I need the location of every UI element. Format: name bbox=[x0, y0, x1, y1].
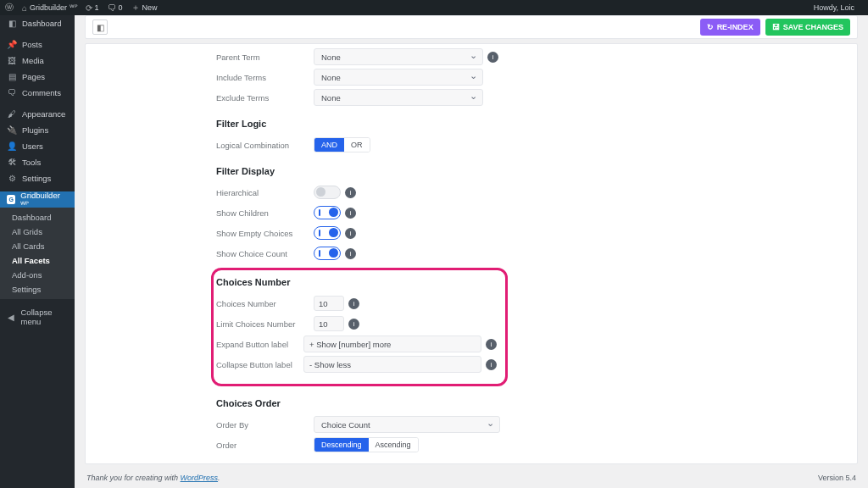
sub-addons[interactable]: Add-ons bbox=[0, 268, 75, 282]
sidebar-label: Settings bbox=[22, 174, 51, 183]
sub-all-cards[interactable]: All Cards bbox=[0, 239, 75, 253]
info-icon[interactable]: i bbox=[486, 359, 497, 370]
section-choices-order: Choices Order bbox=[216, 398, 742, 408]
input-limit-choices[interactable]: 10 bbox=[314, 316, 344, 331]
gridbuilder-icon: G bbox=[7, 195, 15, 204]
sidebar-item-users[interactable]: 👤Users bbox=[0, 138, 75, 154]
info-icon[interactable]: i bbox=[345, 248, 356, 259]
info-icon[interactable]: i bbox=[348, 298, 359, 309]
sidebar-item-appearance[interactable]: 🖌Appearance bbox=[0, 106, 75, 122]
select-exclude-terms[interactable]: None bbox=[314, 89, 483, 106]
sidebar-label: Tools bbox=[22, 158, 41, 167]
input-choices-number[interactable]: 10 bbox=[314, 296, 344, 311]
collapse-label: Collapse menu bbox=[21, 308, 69, 326]
pages-icon: ▤ bbox=[7, 72, 17, 81]
sidebar-item-posts[interactable]: 📌Posts bbox=[0, 36, 75, 53]
info-icon[interactable]: i bbox=[345, 228, 356, 239]
opt-descending[interactable]: Descending bbox=[314, 438, 369, 452]
media-icon: 🖾 bbox=[7, 56, 17, 65]
comments-count: 0 bbox=[119, 3, 123, 12]
sidebar-item-comments[interactable]: 🗨Comments bbox=[0, 85, 75, 101]
users-icon: 👤 bbox=[7, 141, 17, 151]
opt-or[interactable]: OR bbox=[344, 138, 370, 152]
dashboard-icon: ◧ bbox=[7, 19, 17, 28]
admin-sidebar: ◧Dashboard 📌Posts 🖾Media ▤Pages 🗨Comment… bbox=[0, 15, 75, 488]
info-icon[interactable]: i bbox=[345, 187, 356, 198]
save-changes-button[interactable]: 🖫SAVE CHANGES bbox=[765, 19, 850, 36]
wp-logo[interactable]: ⓦ bbox=[5, 2, 14, 14]
sidebar-item-plugins[interactable]: 🔌Plugins bbox=[0, 122, 75, 138]
label-logical-combination: Logical Combination bbox=[216, 141, 314, 150]
howdy-account[interactable]: Howdy, Loic bbox=[814, 3, 854, 12]
collapse-menu[interactable]: ◀Collapse menu bbox=[0, 302, 75, 331]
wordpress-link[interactable]: WordPress bbox=[181, 474, 219, 482]
label-order: Order bbox=[216, 441, 314, 450]
opt-and[interactable]: AND bbox=[314, 138, 344, 152]
sidebar-label: Dashboard bbox=[22, 19, 61, 28]
panel-toolbar: ◧ ↻RE-INDEX 🖫SAVE CHANGES bbox=[85, 15, 858, 39]
label-collapse-button: Collapse Button label bbox=[216, 360, 303, 369]
section-choices-number: Choices Number bbox=[216, 277, 497, 287]
sidebar-label: Appearance bbox=[22, 109, 65, 119]
label-hierarchical: Hierarchical bbox=[216, 188, 314, 197]
toggle-show-children[interactable] bbox=[314, 206, 341, 219]
info-icon[interactable]: i bbox=[487, 52, 498, 63]
sub-all-grids[interactable]: All Grids bbox=[0, 225, 75, 239]
section-filter-display: Filter Display bbox=[216, 166, 742, 176]
info-icon[interactable]: i bbox=[345, 208, 356, 219]
label-order-by: Order By bbox=[216, 420, 314, 430]
sidebar-toggle-button[interactable]: ◧ bbox=[92, 19, 108, 35]
label-show-count: Show Choice Count bbox=[216, 249, 314, 258]
howdy-text: Howdy, Loic bbox=[814, 3, 854, 12]
site-name-link[interactable]: ⌂Gridbuilder ᵂᴾ bbox=[22, 3, 77, 13]
info-icon[interactable]: i bbox=[348, 319, 359, 330]
wp-admin-bar: ⓦ ⌂Gridbuilder ᵂᴾ ⟳1 🗨0 ＋New Howdy, Loic bbox=[0, 0, 868, 15]
label-include-terms: Include Terms bbox=[216, 73, 314, 82]
site-name: Gridbuilder ᵂᴾ bbox=[30, 3, 77, 12]
sidebar-label: Comments bbox=[22, 88, 61, 97]
opt-ascending[interactable]: Ascending bbox=[369, 438, 418, 452]
footer-version: Version 5.4 bbox=[818, 474, 856, 482]
select-parent-term[interactable]: None bbox=[314, 48, 483, 65]
wrench-icon: 🛠 bbox=[7, 158, 17, 167]
save-label: SAVE CHANGES bbox=[783, 23, 843, 31]
brush-icon: 🖌 bbox=[7, 109, 17, 119]
toggle-show-empty[interactable] bbox=[314, 226, 341, 240]
comments-link[interactable]: 🗨0 bbox=[108, 3, 123, 13]
new-content-link[interactable]: ＋New bbox=[131, 2, 158, 14]
label-show-empty: Show Empty Choices bbox=[216, 229, 314, 238]
updates-link[interactable]: ⟳1 bbox=[86, 3, 99, 13]
input-collapse-label[interactable]: - Show less bbox=[303, 356, 481, 373]
label-limit-choices: Limit Choices Number bbox=[216, 319, 314, 329]
seg-order: Descending Ascending bbox=[314, 437, 419, 452]
toggle-hierarchical[interactable] bbox=[314, 186, 341, 199]
sidebar-label: Pages bbox=[22, 72, 45, 81]
reindex-button[interactable]: ↻RE-INDEX bbox=[700, 19, 760, 36]
label-parent-term: Parent Term bbox=[216, 53, 314, 62]
sidebar-item-settings[interactable]: ⚙Settings bbox=[0, 170, 75, 186]
sidebar-item-pages[interactable]: ▤Pages bbox=[0, 69, 75, 85]
input-expand-label[interactable]: + Show [number] more bbox=[303, 336, 481, 352]
sub-all-facets[interactable]: All Facets bbox=[0, 253, 75, 268]
save-icon: 🖫 bbox=[772, 23, 780, 31]
updates-count: 1 bbox=[95, 3, 99, 12]
section-filter-logic: Filter Logic bbox=[216, 119, 742, 129]
content-area: ◧ ↻RE-INDEX 🖫SAVE CHANGES Parent Term No… bbox=[75, 15, 868, 488]
sidebar-item-tools[interactable]: 🛠Tools bbox=[0, 154, 75, 170]
sub-dashboard[interactable]: Dashboard bbox=[0, 210, 75, 225]
wp-footer: Thank you for creating with WordPress. V… bbox=[85, 468, 858, 488]
select-include-terms[interactable]: None bbox=[314, 69, 483, 86]
sub-settings[interactable]: Settings bbox=[0, 282, 75, 297]
toggle-show-count[interactable] bbox=[314, 247, 341, 260]
collapse-icon: ◀ bbox=[7, 313, 16, 322]
label-choices-number: Choices Number bbox=[216, 299, 314, 308]
sidebar-item-media[interactable]: 🖾Media bbox=[0, 53, 75, 69]
label-show-children: Show Children bbox=[216, 208, 314, 218]
sidebar-item-dashboard[interactable]: ◧Dashboard bbox=[0, 15, 75, 31]
sidebar-item-gridbuilder[interactable]: GGridbuilder ᵂᴾ bbox=[0, 191, 75, 208]
info-icon[interactable]: i bbox=[486, 339, 497, 350]
label-expand-button: Expand Button label bbox=[216, 340, 303, 349]
label-exclude-terms: Exclude Terms bbox=[216, 93, 314, 103]
sidebar-label: Plugins bbox=[22, 125, 48, 135]
select-order-by[interactable]: Choice Count bbox=[314, 416, 500, 433]
